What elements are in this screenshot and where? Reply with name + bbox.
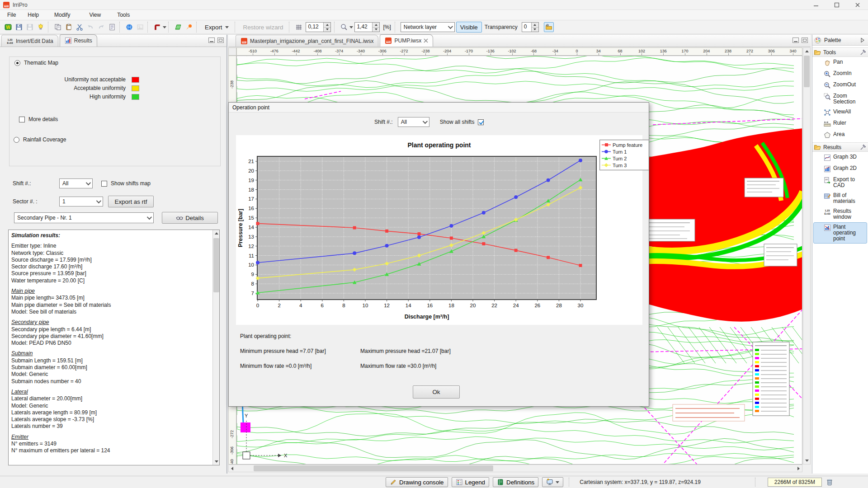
pin-icon[interactable]: [859, 49, 867, 56]
menu-tools[interactable]: Tools: [113, 10, 134, 19]
palette-item-ruler[interactable]: Ruler: [813, 118, 867, 129]
wizard-icon[interactable]: [36, 22, 46, 32]
palette-header[interactable]: Palette: [812, 35, 868, 46]
zoom-level-spinner[interactable]: 1,42: [354, 22, 380, 32]
results-scrollbar[interactable]: [212, 230, 219, 465]
palette-item-graph-3d[interactable]: Graph 3D: [813, 152, 867, 163]
sector-select[interactable]: 1: [59, 197, 103, 206]
new-project-icon[interactable]: W: [3, 22, 13, 32]
zoom-tool-icon[interactable]: [339, 22, 349, 32]
palette-section-results[interactable]: Results: [812, 142, 868, 152]
rainfall-coverage-radio[interactable]: [14, 137, 19, 143]
display-options-button[interactable]: [542, 477, 563, 487]
pipe-dropdown-icon[interactable]: [163, 26, 166, 28]
panel-maximize-icon[interactable]: [217, 38, 224, 43]
copy-icon[interactable]: [53, 22, 63, 32]
ruler-x-label: -510: [249, 49, 257, 53]
menu-modify[interactable]: Modify: [50, 10, 75, 19]
tab-insert-edit-data[interactable]: 1,23E+03 Insert/Edit Data: [1, 35, 58, 47]
palette-item-graph-2d[interactable]: Graph 2D: [813, 164, 867, 174]
redo-icon[interactable]: [96, 22, 106, 32]
editor-maximize-icon[interactable]: [802, 38, 808, 43]
paste-icon[interactable]: [64, 22, 74, 32]
pipe-select[interactable]: Secondary Pipe - Nr. 1: [14, 212, 154, 223]
layer-lock-icon[interactable]: [544, 22, 554, 32]
tab-results[interactable]: Results: [60, 34, 97, 47]
svg-text:10: 10: [363, 303, 368, 308]
close-button[interactable]: [847, 0, 868, 10]
layer-select[interactable]: Network layer: [401, 22, 455, 32]
palette-item-zoomout[interactable]: ZoomOut: [813, 80, 867, 91]
undo-icon[interactable]: [85, 22, 95, 32]
svg-text:14: 14: [248, 225, 254, 230]
cut-icon[interactable]: [75, 22, 85, 32]
simulation-result-line: Network type: Classic: [11, 250, 210, 257]
map-horizontal-scrollbar[interactable]: [228, 465, 802, 472]
palette-item-pan[interactable]: Pan: [813, 57, 867, 68]
dialog-shift-select[interactable]: All: [398, 117, 429, 127]
svg-text:20: 20: [470, 303, 476, 308]
gis-layer-icon[interactable]: [173, 22, 183, 32]
export-rtf-button[interactable]: Export as rtf: [108, 196, 154, 207]
palette-item-plant-operating-point[interactable]: Plant operating point: [813, 222, 867, 244]
tab-masterplan-document[interactable]: PRO Masterplan_irrigazione_plan_cont_fir…: [236, 35, 378, 47]
more-details-checkbox[interactable]: [19, 117, 25, 122]
svg-text:10: 10: [248, 262, 254, 267]
palette-item-zoomin[interactable]: ZoomIn: [813, 69, 867, 80]
close-tab-icon[interactable]: [424, 38, 428, 43]
garbage-collect-icon[interactable]: [825, 477, 835, 487]
sprinkler-tool-icon[interactable]: [184, 22, 194, 32]
save-as-icon[interactable]: [25, 22, 35, 32]
legend-button[interactable]: Legend: [452, 477, 489, 487]
editor-minimize-icon[interactable]: [793, 38, 799, 43]
chart-legend-entry: Turn 3: [602, 162, 647, 169]
report-icon[interactable]: [107, 22, 117, 32]
transparency-spinner[interactable]: 0: [522, 22, 539, 32]
show-shifts-map-checkbox[interactable]: [101, 181, 107, 187]
save-icon[interactable]: [14, 22, 24, 32]
ok-button[interactable]: Ok: [413, 385, 460, 399]
palette-item-area[interactable]: Area: [813, 130, 867, 141]
simulation-result-line: Laterals average slope = -3.73 [%]: [11, 416, 210, 423]
simulation-result-line: [11, 430, 210, 434]
svg-text:22: 22: [491, 303, 497, 308]
snapshot-icon[interactable]: [135, 22, 145, 32]
zoomsel-icon: [824, 93, 831, 100]
menu-view[interactable]: View: [85, 10, 105, 19]
y-axis-label: Y: [245, 413, 248, 418]
palette-item-zoom-selection[interactable]: Zoom Selection: [813, 91, 867, 107]
app-logo-icon: PRO: [3, 1, 10, 9]
dialog-title[interactable]: Operation point: [229, 103, 649, 113]
palette-item-viewall[interactable]: ViewAll: [813, 107, 867, 118]
collapse-palette-icon[interactable]: [859, 37, 866, 44]
results-tab-icon: [65, 37, 72, 44]
menu-help[interactable]: Help: [23, 10, 43, 19]
palette-section-tools[interactable]: Tools: [812, 47, 868, 57]
grid-step-spinner[interactable]: 0,12: [306, 22, 331, 32]
menu-file[interactable]: File: [3, 10, 20, 19]
show-all-shifts-label: Show all shifts: [440, 119, 475, 125]
google-earth-icon[interactable]: [124, 22, 134, 32]
minimize-button[interactable]: [806, 0, 826, 10]
visible-toggle-button[interactable]: Visible: [456, 22, 482, 33]
palette-item-bill-of-materials[interactable]: Bill of materials: [813, 191, 867, 206]
panel-minimize-icon[interactable]: [208, 38, 215, 43]
show-all-shifts-checkbox[interactable]: [478, 119, 484, 125]
shift-select[interactable]: All: [59, 178, 93, 188]
pipe-tool-icon[interactable]: [152, 22, 162, 32]
svg-text:8: 8: [342, 303, 345, 308]
map-vertical-scrollbar[interactable]: [803, 47, 811, 465]
grid-snap-icon[interactable]: [294, 22, 304, 32]
details-button[interactable]: Details: [162, 212, 218, 224]
pin-icon[interactable]: [859, 144, 867, 151]
tab-pump-document[interactable]: PRO PUMP.iwsx: [380, 34, 433, 47]
palette-item-export-to-cad[interactable]: dxfExport to CAD: [813, 175, 867, 190]
thematic-map-radio[interactable]: [14, 60, 20, 66]
palette-item-results-window[interactable]: 1,23E+03Results window: [813, 206, 867, 222]
definitions-button[interactable]: Definitions: [493, 477, 538, 487]
export-button[interactable]: Export: [201, 22, 233, 33]
drawing-console-button[interactable]: Drawing console: [386, 477, 448, 487]
restore-wizard-button[interactable]: Restore wizard: [239, 22, 288, 33]
maximize-button[interactable]: [826, 0, 847, 10]
zoom-dropdown-icon[interactable]: [349, 26, 353, 28]
